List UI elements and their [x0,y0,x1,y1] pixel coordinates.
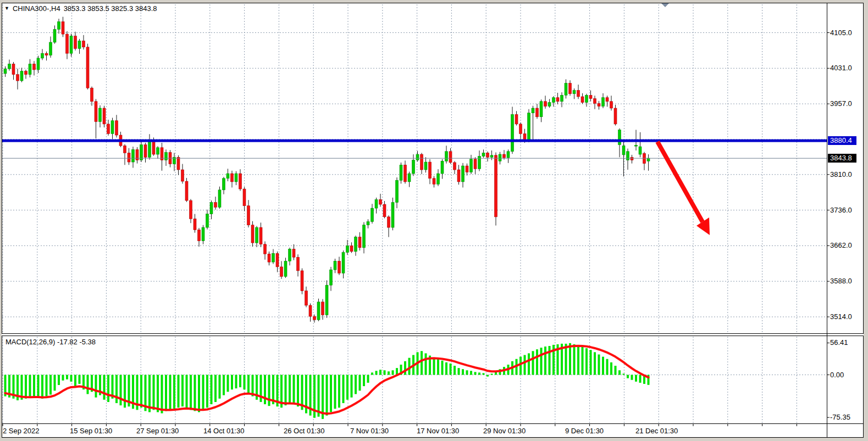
candle [206,214,209,228]
candle [486,153,489,157]
candle [581,97,584,103]
candle [383,204,386,217]
candle [165,153,168,160]
candle [454,163,456,170]
candle [289,249,291,261]
candle [301,271,303,291]
candle [355,237,357,252]
candle [441,161,444,174]
candle [78,41,81,48]
candle [589,95,592,98]
candle [309,305,312,316]
price-axis-label: 3588.0 [830,277,852,285]
candle [193,219,196,230]
candle [317,302,320,320]
candle [25,71,27,75]
candle [226,174,229,178]
current-price-tag: 3843.8 [828,154,856,163]
date-axis-label: 14 Oct 01:30 [203,427,244,435]
macd-axis-label: 56.41 [830,339,848,347]
trend-arrow-shaft[interactable] [657,142,703,222]
date-axis-label: 7 Nov 01:30 [350,427,389,435]
chart-shift-marker[interactable] [661,3,669,7]
candle [532,108,534,113]
candle [544,102,547,107]
candle [322,302,324,315]
candle [466,166,468,172]
candle [95,102,97,122]
date-axis-label: 2 Sep 2022 [3,427,40,435]
candle [416,154,419,160]
date-axis-label: 29 Nov 01:30 [483,427,526,435]
candle [594,98,596,103]
candle [181,170,184,181]
candle [614,108,617,124]
candle [635,145,638,146]
candle [37,58,40,70]
macd-axis-label: 0.00 [830,371,844,379]
candle [639,147,642,154]
candle [631,157,633,160]
candle [350,245,353,252]
candle [53,29,56,42]
candle [371,208,374,222]
candle [272,253,275,262]
candle [556,98,559,102]
candle [334,261,336,270]
candle [313,316,316,320]
candle [565,83,567,95]
candle [231,174,234,182]
candle [536,108,539,117]
candlestick-chart-canvas[interactable] [0,0,868,441]
candle [358,237,361,248]
candle [251,225,254,243]
candle [99,108,102,122]
candle [573,91,576,94]
candle [528,113,530,140]
candle [16,75,19,81]
candle [305,291,308,305]
candle [132,149,135,162]
candle [330,270,333,285]
horizontal-support-line[interactable] [2,139,827,142]
candle [49,42,52,55]
candle [540,102,543,117]
candle [140,145,143,160]
candle [82,41,85,47]
candle [548,102,551,106]
candle [8,64,11,69]
candle [239,174,242,189]
candle [552,98,555,103]
candle [490,155,493,158]
candle [433,178,435,185]
candle [499,154,501,161]
candle [424,162,427,170]
candle [128,153,130,162]
candle [247,206,250,225]
candle [70,36,73,54]
candle [256,227,258,243]
symbol-dropdown-icon[interactable]: ▼ [4,5,9,12]
candle [210,203,213,214]
candle [627,152,629,160]
date-axis-label: 26 Oct 01:30 [284,427,324,435]
price-axis-label: 3662.0 [830,242,852,249]
candle [375,199,378,208]
candle [152,141,155,155]
candle [115,121,118,135]
candle [342,253,345,273]
candle [367,222,369,225]
candle [647,158,650,161]
candles [4,17,650,323]
candle [391,203,394,228]
macd-histogram [4,343,650,419]
candle [202,227,204,241]
candle [58,21,60,29]
candle [45,53,48,55]
candle [62,21,64,34]
candle [190,200,192,219]
candle [4,69,7,74]
price-axis-label: 3514.0 [830,313,852,321]
candle [445,152,448,161]
candle [243,189,246,206]
